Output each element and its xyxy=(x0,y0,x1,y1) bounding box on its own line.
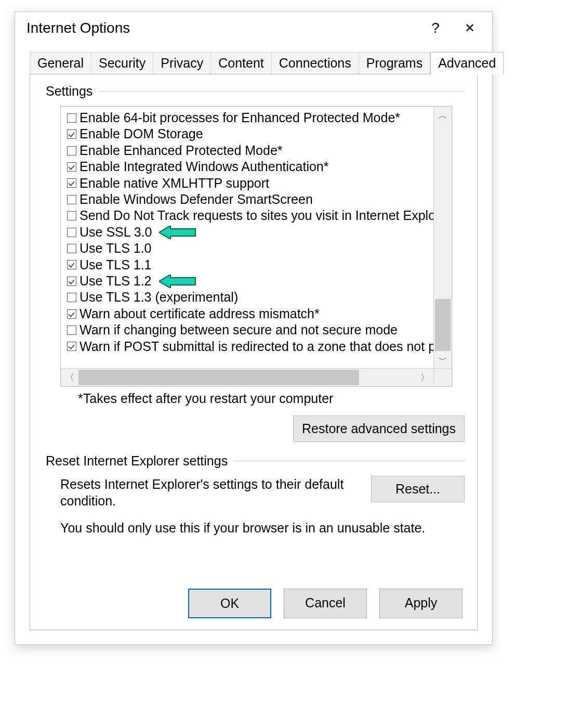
setting-label: Warn if changing between secure and not … xyxy=(80,322,398,338)
reset-heading: Reset Internet Explorer settings xyxy=(46,453,465,469)
tab-label: Privacy xyxy=(161,56,203,70)
setting-row[interactable]: Send Do Not Track requests to sites you … xyxy=(67,207,434,224)
settings-listbox: Enable 64-bit processes for Enhanced Pro… xyxy=(60,106,452,387)
reset-button[interactable]: Reset... xyxy=(371,476,465,502)
tab-connections[interactable]: Connections xyxy=(272,52,359,74)
restart-note: *Takes effect after you restart your com… xyxy=(78,391,465,406)
checkbox[interactable] xyxy=(67,342,76,351)
settings-list[interactable]: Enable 64-bit processes for Enhanced Pro… xyxy=(61,107,434,369)
checkbox[interactable] xyxy=(67,228,76,237)
setting-row[interactable]: Enable Windows Defender SmartScreen xyxy=(67,191,434,207)
horizontal-scrollbar[interactable]: 〈 〉 xyxy=(61,368,434,386)
setting-row[interactable]: Enable native XMLHTTP support xyxy=(67,175,434,191)
settings-section: Settings Enable 64-bit processes for Enh… xyxy=(43,84,465,442)
tab-privacy[interactable]: Privacy xyxy=(153,52,211,74)
reset-section: Reset Internet Explorer settings Resets … xyxy=(43,453,465,536)
checkbox[interactable] xyxy=(67,129,76,139)
setting-label: Use TLS 1.2 xyxy=(80,273,152,289)
setting-row[interactable]: Use TLS 1.0 xyxy=(67,240,434,256)
checkbox[interactable] xyxy=(67,277,76,286)
divider xyxy=(234,461,465,461)
tab-general[interactable]: General xyxy=(30,52,91,74)
setting-label: Enable 64-bit processes for Enhanced Pro… xyxy=(80,110,400,126)
checkbox[interactable] xyxy=(67,162,76,172)
setting-label: Warn if POST submittal is redirected to … xyxy=(80,339,434,355)
chevron-right-icon: 〉 xyxy=(420,371,430,384)
cancel-button[interactable]: Cancel xyxy=(284,589,367,618)
tabstrip: GeneralSecurityPrivacyContentConnections… xyxy=(30,51,478,74)
setting-label: Use TLS 1.3 (experimental) xyxy=(80,289,238,305)
window-title: Internet Options xyxy=(27,20,418,36)
setting-row[interactable]: Warn if changing between secure and not … xyxy=(67,322,434,338)
setting-label: Enable Integrated Windows Authentication… xyxy=(80,159,328,175)
chevron-left-icon: 〈 xyxy=(65,371,74,384)
close-button[interactable]: ✕ xyxy=(453,12,487,44)
checkbox[interactable] xyxy=(67,260,76,269)
setting-row[interactable]: Enable 64-bit processes for Enhanced Pro… xyxy=(67,110,434,126)
setting-row[interactable]: Use TLS 1.3 (experimental) xyxy=(67,289,434,305)
titlebar: Internet Options ? ✕ xyxy=(15,12,492,44)
internet-options-dialog: Internet Options ? ✕ GeneralSecurityPriv… xyxy=(15,11,493,645)
tab-label: Content xyxy=(218,56,264,70)
scroll-down-button[interactable]: ﹀ xyxy=(434,351,452,369)
svg-marker-0 xyxy=(159,226,195,239)
chevron-down-icon: ﹀ xyxy=(438,354,447,366)
restore-advanced-settings-button[interactable]: Restore advanced settings xyxy=(293,415,465,442)
tab-security[interactable]: Security xyxy=(91,52,153,74)
scroll-left-button[interactable]: 〈 xyxy=(61,369,78,386)
tab-label: General xyxy=(37,56,84,70)
checkbox[interactable] xyxy=(67,293,76,302)
help-icon: ? xyxy=(431,20,440,36)
checkbox[interactable] xyxy=(67,309,76,319)
settings-heading: Settings xyxy=(46,84,465,99)
apply-button[interactable]: Apply xyxy=(379,589,463,618)
tab-content[interactable]: Content xyxy=(211,52,272,74)
tab-label: Connections xyxy=(279,56,351,70)
tab-label: Security xyxy=(99,56,146,70)
checkbox[interactable] xyxy=(67,195,76,204)
setting-label: Send Do Not Track requests to sites you … xyxy=(80,207,434,224)
tab-advanced[interactable]: Advanced xyxy=(430,52,504,74)
setting-label: Use TLS 1.0 xyxy=(80,240,152,256)
setting-row[interactable]: Warn about certificate address mismatch* xyxy=(67,306,434,322)
close-icon: ✕ xyxy=(465,21,475,35)
settings-heading-label: Settings xyxy=(46,84,93,99)
setting-row[interactable]: Use SSL 3.0 xyxy=(67,224,434,240)
setting-row[interactable]: Enable Integrated Windows Authentication… xyxy=(67,159,434,175)
scroll-thumb[interactable] xyxy=(435,299,451,351)
setting-row[interactable]: Use TLS 1.2 xyxy=(67,273,434,289)
scroll-right-button[interactable]: 〉 xyxy=(416,369,434,386)
tab-programs[interactable]: Programs xyxy=(359,52,430,74)
scroll-track[interactable] xyxy=(434,124,452,351)
setting-row[interactable]: Enable DOM Storage xyxy=(67,126,434,142)
dialog-buttons: OK Cancel Apply xyxy=(188,589,463,618)
checkbox[interactable] xyxy=(67,146,76,155)
setting-row[interactable]: Warn if POST submittal is redirected to … xyxy=(67,339,434,355)
vertical-scrollbar[interactable]: ︿ ﹀ xyxy=(433,107,452,369)
setting-row[interactable]: Enable Enhanced Protected Mode* xyxy=(67,142,434,159)
checkbox[interactable] xyxy=(67,326,76,335)
scroll-up-button[interactable]: ︿ xyxy=(434,107,452,124)
setting-label: Warn about certificate address mismatch* xyxy=(80,306,320,322)
svg-marker-1 xyxy=(159,275,195,288)
tab-region: GeneralSecurityPrivacyContentConnections… xyxy=(30,51,478,630)
chevron-up-icon: ︿ xyxy=(438,109,447,122)
checkbox[interactable] xyxy=(67,178,76,188)
setting-label: Use TLS 1.1 xyxy=(80,257,152,273)
checkbox[interactable] xyxy=(67,244,76,253)
setting-label: Enable native XMLHTTP support xyxy=(80,175,269,191)
scroll-thumb-h[interactable] xyxy=(78,370,359,385)
scrollbar-corner xyxy=(433,368,452,386)
checkbox[interactable] xyxy=(67,211,76,220)
checkbox[interactable] xyxy=(67,113,76,123)
setting-row[interactable]: Use TLS 1.1 xyxy=(67,257,434,273)
scroll-track-h[interactable] xyxy=(78,369,416,386)
reset-warning: You should only use this if your browser… xyxy=(60,519,465,536)
setting-label: Enable Windows Defender SmartScreen xyxy=(80,191,313,207)
setting-label: Enable Enhanced Protected Mode* xyxy=(80,142,283,159)
setting-label: Enable DOM Storage xyxy=(80,126,203,142)
help-button[interactable]: ? xyxy=(418,12,453,44)
tab-label: Advanced xyxy=(438,56,496,70)
ok-button[interactable]: OK xyxy=(188,589,271,618)
divider xyxy=(99,91,465,92)
